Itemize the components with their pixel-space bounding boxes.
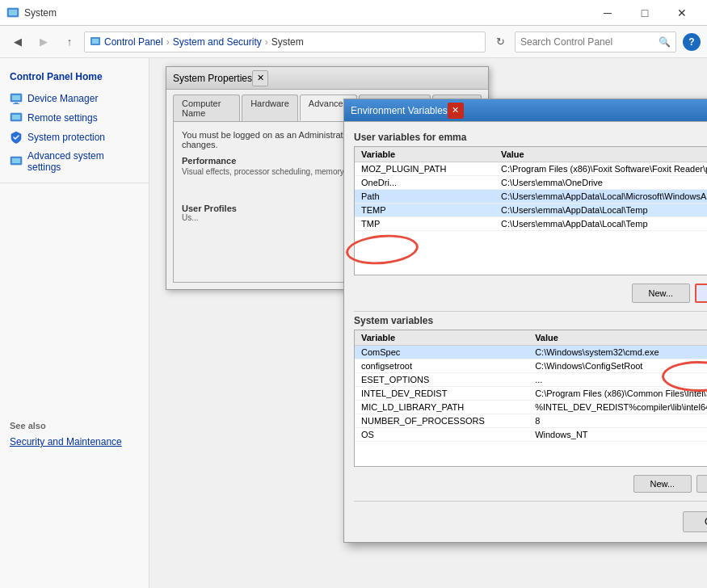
section-divider bbox=[354, 311, 707, 312]
user-var-col-header: Variable bbox=[355, 147, 494, 162]
sys-var-row-os[interactable]: OS Windows_NT bbox=[355, 428, 707, 442]
main-panel: System Properties ✕ Computer Name Hardwa… bbox=[149, 58, 707, 588]
user-var-row-tmp[interactable]: TMP C:\Users\emma\AppData\Local\Temp bbox=[355, 217, 707, 231]
minimize-button[interactable]: ─ bbox=[589, 0, 626, 26]
envvars-title-text: Environment Variables bbox=[351, 105, 448, 116]
address-bar: ◀ ▶ ↑ Control Panel › System and Securit… bbox=[0, 26, 707, 58]
sys-var-comspec-val: C:\Windows\system32\cmd.exe bbox=[528, 346, 707, 359]
sidebar-item-device-manager[interactable]: Device Manager bbox=[0, 89, 149, 108]
window-controls: ─ □ ✕ bbox=[589, 0, 701, 26]
breadcrumb-sep2: › bbox=[265, 36, 268, 48]
tab-computer-name[interactable]: Computer Name bbox=[173, 94, 240, 121]
svg-rect-7 bbox=[13, 103, 19, 104]
sys-var-row-eset[interactable]: ESET_OPTIONS ... bbox=[355, 373, 707, 387]
sys-var-row-comspec[interactable]: ComSpec C:\Windows\system32\cmd.exe bbox=[355, 346, 707, 359]
sys-var-eset-name: ESET_OPTIONS bbox=[355, 373, 528, 387]
forward-button[interactable]: ▶ bbox=[32, 31, 55, 53]
user-var-moz-val: C:\Program Files (x86)\Foxit Software\Fo… bbox=[494, 162, 707, 176]
user-var-tmp-val: C:\Users\emma\AppData\Local\Temp bbox=[494, 217, 707, 231]
svg-rect-5 bbox=[12, 95, 20, 100]
user-vars-table: Variable Value MOZ_PLUGIN_PATH C:\Progra… bbox=[355, 147, 707, 231]
content-area: Control Panel Home Device Manager Remote… bbox=[0, 58, 707, 588]
sidebar-item-system-protection[interactable]: System protection bbox=[0, 128, 149, 147]
sys-var-eset-val: ... bbox=[528, 373, 707, 387]
sys-edit-button[interactable]: Edit... bbox=[696, 475, 707, 493]
user-var-row-path[interactable]: Path C:\Users\emma\AppData\Local\Microso… bbox=[355, 190, 707, 204]
advanced-system-icon bbox=[10, 155, 23, 168]
title-bar: System ─ □ ✕ bbox=[0, 0, 707, 26]
sys-var-intel-val: C:\Program Files (x86)\Common Files\Inte… bbox=[528, 387, 707, 401]
maximize-button[interactable]: □ bbox=[626, 0, 663, 26]
user-var-tmp-name: TMP bbox=[355, 217, 494, 231]
user-edit-button[interactable]: Edit... bbox=[695, 284, 707, 303]
search-box: 🔍 bbox=[515, 32, 676, 52]
user-var-row-onedrive[interactable]: OneDri... C:\Users\emma\OneDrive bbox=[355, 176, 707, 190]
sidebar-label-advanced-system: Advanced system settings bbox=[27, 150, 139, 173]
sysprops-title-bar: System Properties ✕ bbox=[166, 67, 488, 90]
user-var-temp-val: C:\Users\emma\AppData\Local\Temp bbox=[494, 204, 707, 217]
sys-var-row-intel[interactable]: INTEL_DEV_REDIST C:\Program Files (x86)\… bbox=[355, 387, 707, 401]
sidebar-label-system-protection: System protection bbox=[27, 132, 105, 143]
sys-var-row-mic[interactable]: MIC_LD_LIBRARY_PATH %INTEL_DEV_REDIST%co… bbox=[355, 401, 707, 414]
user-vars-table-container[interactable]: Variable Value MOZ_PLUGIN_PATH C:\Progra… bbox=[354, 146, 707, 275]
svg-rect-3 bbox=[92, 39, 99, 44]
up-button[interactable]: ↑ bbox=[58, 31, 81, 53]
breadcrumb-icon bbox=[90, 36, 104, 48]
breadcrumb-system: System bbox=[271, 36, 304, 48]
sys-var-comspec-name: ComSpec bbox=[355, 346, 528, 359]
ok-button[interactable]: OK bbox=[683, 511, 707, 532]
sys-var-row-numproc[interactable]: NUMBER_OF_PROCESSORS 8 bbox=[355, 414, 707, 428]
sys-var-numproc-name: NUMBER_OF_PROCESSORS bbox=[355, 414, 528, 428]
breadcrumb[interactable]: Control Panel › System and Security › Sy… bbox=[84, 32, 486, 52]
user-var-onedrive-name: OneDri... bbox=[355, 176, 494, 190]
sys-var-row-configsetroot[interactable]: configsetroot C:\Windows\ConfigSetRoot bbox=[355, 359, 707, 373]
refresh-button[interactable]: ↻ bbox=[489, 31, 511, 53]
device-manager-icon bbox=[10, 92, 23, 105]
sys-vars-table-container[interactable]: Variable Value ComSpec C:\Windows\system… bbox=[354, 330, 707, 467]
sidebar-label-remote-settings: Remote settings bbox=[27, 112, 98, 124]
envvars-body: User variables for emma Variable Value bbox=[344, 122, 707, 542]
envvars-bottom-buttons: OK Cancel bbox=[344, 505, 707, 539]
tab-hardware[interactable]: Hardware bbox=[242, 94, 298, 121]
sys-vars-title: System variables bbox=[344, 315, 707, 326]
user-var-row-temp[interactable]: TEMP C:\Users\emma\AppData\Local\Temp bbox=[355, 204, 707, 217]
close-button[interactable]: ✕ bbox=[663, 0, 701, 26]
sysprops-title-text: System Properties bbox=[173, 73, 252, 84]
sysprops-close-button[interactable]: ✕ bbox=[252, 70, 268, 86]
envvars-close-button[interactable]: ✕ bbox=[448, 103, 464, 119]
breadcrumb-controlpanel[interactable]: Control Panel bbox=[104, 36, 163, 48]
sidebar-item-advanced-system[interactable]: Advanced system settings bbox=[0, 147, 149, 176]
sidebar-title[interactable]: Control Panel Home bbox=[0, 68, 149, 89]
search-icon: 🔍 bbox=[659, 36, 671, 48]
window-title: System bbox=[24, 7, 589, 19]
sidebar-link-security[interactable]: Security and Maintenance bbox=[0, 434, 149, 450]
environment-variables-dialog: Environment Variables ✕ User variables f… bbox=[343, 99, 707, 543]
user-var-path-val: C:\Users\emma\AppData\Local\Microsoft\Wi… bbox=[494, 190, 707, 204]
sidebar-label-device-manager: Device Manager bbox=[27, 93, 98, 104]
sys-var-col-header: Variable bbox=[355, 330, 528, 346]
search-input[interactable] bbox=[520, 36, 659, 48]
user-var-row-mozplugin[interactable]: MOZ_PLUGIN_PATH C:\Program Files (x86)\F… bbox=[355, 162, 707, 176]
window-icon bbox=[6, 6, 19, 19]
svg-rect-9 bbox=[12, 115, 20, 120]
remote-settings-icon bbox=[10, 111, 23, 124]
user-new-button[interactable]: New... bbox=[632, 284, 691, 303]
sys-new-button[interactable]: New... bbox=[633, 475, 692, 493]
user-var-path-name: Path bbox=[355, 190, 494, 204]
help-button[interactable]: ? bbox=[683, 33, 701, 51]
sys-var-os-name: OS bbox=[355, 428, 528, 442]
sys-var-intel-name: INTEL_DEV_REDIST bbox=[355, 387, 528, 401]
sys-var-mic-val: %INTEL_DEV_REDIST%compiler\lib\intel64_w… bbox=[528, 401, 707, 414]
user-val-col-header: Value bbox=[494, 147, 707, 162]
svg-rect-11 bbox=[12, 158, 20, 163]
main-window: System ─ □ ✕ ◀ ▶ ↑ Control Panel › Syste… bbox=[0, 0, 707, 588]
sidebar-divider bbox=[0, 183, 149, 183]
sidebar-item-remote-settings[interactable]: Remote settings bbox=[0, 108, 149, 128]
breadcrumb-systemsecurity[interactable]: System and Security bbox=[173, 36, 262, 48]
back-button[interactable]: ◀ bbox=[6, 31, 29, 53]
sys-var-configsetroot-name: configsetroot bbox=[355, 359, 528, 373]
user-var-onedrive-val: C:\Users\emma\OneDrive bbox=[494, 176, 707, 190]
sys-var-numproc-val: 8 bbox=[528, 414, 707, 428]
sidebar: Control Panel Home Device Manager Remote… bbox=[0, 58, 149, 588]
see-also-label: See also bbox=[0, 416, 149, 434]
